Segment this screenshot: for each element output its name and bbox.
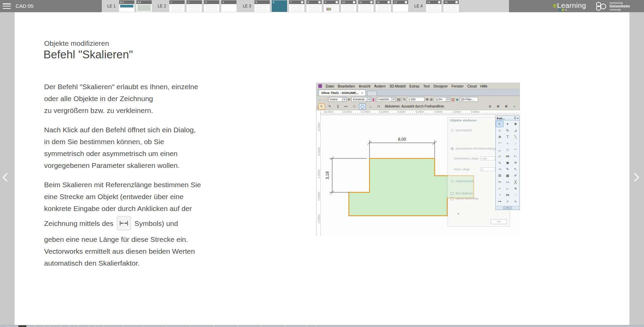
vw-palette-tool-34-icon[interactable]: ⋈ (504, 192, 511, 198)
vw-menu-datei[interactable]: Datei (326, 84, 334, 88)
progress-segment-13[interactable] (123, 325, 143, 327)
checkbox-ganze-zeichnung[interactable] (451, 197, 454, 200)
vw-class-dropdown[interactable]: Keine▾ (329, 97, 346, 102)
progress-segment-22[interactable] (316, 325, 644, 327)
vw-menu-designer[interactable]: Designer (434, 84, 448, 88)
slide-thumbnail-a-1[interactable]: A 1 (119, 0, 134, 12)
slide-thumbnail-15[interactable]: 15 (443, 0, 459, 12)
vw-layers-icon[interactable]: ≋ (347, 97, 351, 102)
vw-palette-header[interactable]: Kon... ╀ × (496, 116, 519, 121)
vw-option-tool-6-icon[interactable]: ⌂ (367, 103, 374, 110)
slide-thumbnail-3[interactable]: 3 (204, 0, 219, 12)
vw-palette-tool-6-icon[interactable]: ⊕ (496, 134, 504, 140)
vw-palette-tool-19-icon[interactable]: ◉ (504, 159, 511, 166)
vw-red-tool-icon[interactable]: ▥ (451, 97, 455, 102)
menu-hamburger-icon[interactable] (3, 3, 11, 9)
vw-palette-close-icon[interactable]: × (517, 117, 518, 120)
vw-pink-tool-icon[interactable]: ◧ (372, 97, 376, 102)
progress-segment-10[interactable] (89, 325, 95, 327)
slide-thumbnail-13[interactable]: 13 (393, 0, 408, 12)
vw-palette-tool-24-icon[interactable]: ⊞ (496, 172, 504, 179)
slide-thumbnail-5[interactable]: 5 (254, 0, 270, 12)
vw-document-tab[interactable]: Ohne Titel1 - DOKUME... × (319, 90, 366, 96)
slide-thumbnail-11[interactable]: 11 (358, 0, 374, 12)
progress-segment-4[interactable] (35, 325, 43, 327)
vw-tab-close-icon[interactable]: × (361, 91, 363, 95)
vw-option-right-tool-3-icon[interactable]: ◗ (511, 103, 518, 110)
vw-palette-tool-21-icon[interactable]: ⊸ (496, 166, 504, 172)
progress-segment-0[interactable] (0, 325, 8, 327)
vw-layer-dropdown[interactable]: Konstruk...▾ (352, 97, 371, 102)
vw-option-right-tool-2-icon[interactable]: ❋ (503, 103, 510, 110)
vw-menu-bearbeiten[interactable]: Bearbeiten (338, 84, 355, 88)
vw-back-icon[interactable]: ← (318, 97, 322, 102)
checkbox-text-skalieren[interactable] (451, 192, 454, 195)
slide-thumbnail-12[interactable]: 12 (376, 0, 391, 12)
vw-option-tool-7-icon[interactable]: ⊓ (375, 103, 382, 110)
progress-segment-12[interactable] (103, 325, 123, 327)
vw-palette-tool-5-icon[interactable]: ⊿ (512, 127, 519, 134)
vw-palette-tool-11-icon[interactable]: ◌ (512, 140, 519, 147)
vw-menu-ndern[interactable]: Ändern (374, 84, 386, 88)
vw-palette-tool-14-icon[interactable]: ◠ (512, 147, 519, 153)
slide-thumbnail-8[interactable]: 8 (306, 0, 322, 12)
vw-option-tool-3-icon[interactable]: ⊷ (343, 103, 349, 110)
vw-palette-tool-9-icon[interactable]: ◠ (496, 140, 504, 147)
vw-page-icon[interactable]: ▤ (397, 97, 400, 102)
progress-segment-7[interactable] (60, 325, 69, 327)
radio-symmetrisch[interactable] (451, 129, 454, 132)
vw-palette-tool-12-icon[interactable]: ◡ (496, 147, 504, 153)
vw-palette-tool-25-icon[interactable]: ▦ (504, 172, 511, 179)
vw-palette-tool-36-icon[interactable]: ⊶ (496, 198, 504, 205)
vw-option-tool-2-icon[interactable]: ∥ (335, 103, 341, 110)
vw-menu-3d-modell[interactable]: 3D-Modell (390, 84, 406, 88)
vw-palette-more-button[interactable]: ▾ (503, 207, 512, 209)
gemessene-laenge-field[interactable]: 4,88 (480, 156, 495, 160)
vw-new-tab-stub[interactable] (367, 91, 377, 96)
neue-laenge-field[interactable]: 6 (480, 167, 495, 171)
vw-palette-tool-38-icon[interactable]: ∿ (512, 198, 519, 205)
vw-palette-tool-18-icon[interactable]: ∿ (496, 159, 504, 166)
vw-option-tool-0-icon[interactable]: ↖ (318, 103, 325, 110)
progress-segment-6[interactable] (50, 325, 60, 327)
slide-thumbnail-14[interactable]: 14 (426, 0, 441, 12)
progress-segment-3[interactable] (26, 325, 35, 327)
vw-palette-tool-22-icon[interactable]: ✎ (504, 166, 511, 172)
progress-segment-1[interactable] (8, 325, 18, 327)
vw-zoom-icon[interactable]: ⊕ (430, 97, 433, 102)
vw-palette-tool-37-icon[interactable]: ⊹ (504, 198, 511, 205)
slide-thumbnail-9[interactable]: 9 (324, 0, 339, 12)
vw-align-dropdown[interactable]: Ausricht...▾ (377, 97, 396, 102)
vw-zoom-level-dropdown[interactable]: 113%▾ (434, 97, 450, 102)
slide-thumbnail-a-2[interactable]: A 2 (136, 0, 152, 12)
vw-palette-tool-23-icon[interactable]: ↖ (512, 166, 519, 172)
progress-segment-17[interactable] (214, 325, 238, 327)
vw-menu-text[interactable]: Text (423, 84, 430, 88)
progress-segment-8[interactable] (69, 325, 78, 327)
vw-drawing-canvas[interactable]: 6,00 3,18 Objekte skalieren Symmetrisch … (321, 114, 520, 235)
vw-palette-tool-13-icon[interactable]: □ (504, 147, 511, 153)
vw-palette-tool-4-icon[interactable]: ↻ (504, 127, 511, 134)
vw-option-tool-1-icon[interactable]: ✎ (326, 103, 333, 110)
progress-segment-16[interactable] (190, 325, 214, 327)
vw-palette-tool-30-icon[interactable]: ⌐ (496, 185, 504, 192)
vw-view-mode-field[interactable]: 2D-Plan... (460, 97, 478, 102)
progress-segment-14[interactable] (143, 325, 166, 327)
vw-option-right-tool-0-icon[interactable]: ⊘ (487, 103, 493, 110)
progress-segment-19[interactable] (261, 325, 285, 327)
slide-thumbnail-4[interactable]: 4 (221, 0, 236, 12)
vw-pen-icon[interactable]: ✎ (403, 97, 406, 102)
vw-menu-ansicht[interactable]: Ansicht (359, 84, 370, 88)
vw-palette-tool-28-icon[interactable]: ▭ (504, 179, 511, 185)
vw-palette-tool-26-icon[interactable]: ✐ (512, 172, 519, 179)
vw-option-tool-4-icon[interactable]: □ (351, 103, 358, 110)
vw-palette-tool-15-icon[interactable]: ▱ (496, 153, 504, 159)
vw-palette-tool-8-icon[interactable]: ╲ (512, 134, 519, 140)
slide-progress-bar[interactable] (0, 325, 644, 327)
vw-palette-tool-7-icon[interactable]: T (504, 134, 511, 140)
vw-palette-tool-32-icon[interactable]: ≋ (512, 185, 519, 192)
vw-option-tool-5-icon[interactable]: ◯ (359, 103, 366, 110)
prev-slide-arrow[interactable] (2, 173, 11, 181)
vw-pan-icon[interactable]: ✥ (425, 97, 429, 102)
slide-thumbnail-6[interactable]: 6 (272, 0, 287, 12)
